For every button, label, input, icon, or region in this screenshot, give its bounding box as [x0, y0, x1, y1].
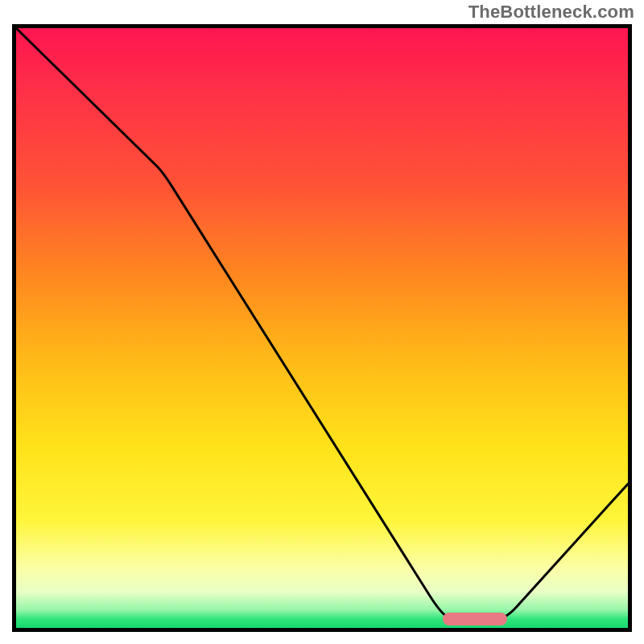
plot-area: [12, 24, 632, 632]
watermark-text: TheBottleneck.com: [469, 2, 634, 23]
chart-frame: TheBottleneck.com: [0, 0, 644, 644]
bottleneck-curve: [16, 28, 628, 628]
